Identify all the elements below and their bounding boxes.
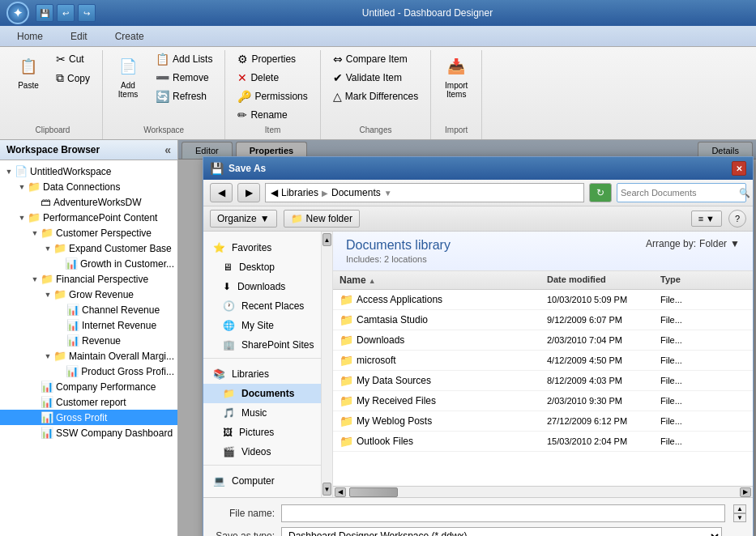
- tree-item-growth-customer[interactable]: 📊 Growth in Customer...: [0, 256, 177, 271]
- search-box[interactable]: 🔍: [617, 183, 746, 202]
- tree-item-customer-report[interactable]: 📊 Customer report: [0, 394, 177, 410]
- h-scroll-left[interactable]: ◀: [335, 487, 346, 497]
- tree-item-untitledworkspace[interactable]: ▼ 📄 UntitledWorkspace: [0, 164, 177, 179]
- sidebar: Workspace Browser « ▼ 📄 UntitledWorkspac…: [0, 140, 178, 536]
- left-nav-favorites[interactable]: ⭐ Favorites: [203, 238, 332, 257]
- save-tool-btn[interactable]: 💾: [36, 4, 53, 22]
- rename-button[interactable]: ✏ Rename: [232, 106, 313, 124]
- tree-item-expand-customer[interactable]: ▼ 📁 Expand Customer Base: [0, 240, 177, 256]
- view-button[interactable]: ≡ ▼: [691, 211, 722, 227]
- remove-button[interactable]: ➖ Remove: [150, 69, 218, 87]
- paste-button[interactable]: 📋 Paste: [10, 50, 47, 93]
- col-type[interactable]: Type: [657, 273, 753, 287]
- tab-create[interactable]: Create: [101, 26, 158, 46]
- left-nav-recent[interactable]: 🕐 Recent Places: [203, 296, 332, 316]
- tree-item-maintain[interactable]: ▼ 📁 Maintain Overall Margi...: [0, 348, 177, 364]
- savetype-select[interactable]: Dashboard Designer Workspace (*.ddwx): [281, 527, 722, 536]
- cut-button[interactable]: ✂ Cut: [50, 50, 96, 68]
- tree-item-company-performance[interactable]: 📊 Company Performance: [0, 379, 177, 394]
- h-scroll-right[interactable]: ▶: [740, 487, 751, 497]
- filename-input[interactable]: [281, 504, 725, 522]
- file-row[interactable]: 📁microsoft 4/12/2009 4:50 PM File...: [333, 351, 753, 371]
- modal-titlebar: 💾 Save As ✕: [203, 157, 753, 180]
- file-row[interactable]: 📁Downloads 2/03/2010 7:04 PM File...: [333, 330, 753, 351]
- compare-item-button[interactable]: ⇔ Compare Item: [327, 50, 424, 68]
- tree-item-adventureworks[interactable]: 🗃 AdventureWorksDW: [0, 194, 177, 210]
- tree-item-product-gross[interactable]: 📊 Product Gross Profi...: [0, 364, 177, 379]
- horizontal-scrollbar[interactable]: ◀ ▶: [333, 486, 753, 497]
- file-row[interactable]: 📁Outlook Files 15/03/2010 2:04 PM File..…: [333, 432, 753, 452]
- tree-item-data-connections[interactable]: ▼ 📁 Data Connections: [0, 179, 177, 194]
- path-libraries[interactable]: Libraries: [281, 187, 318, 198]
- tree-item-channel-revenue[interactable]: 📊 Channel Revenue: [0, 302, 177, 317]
- col-date[interactable]: Date modified: [544, 273, 657, 287]
- tree-item-ssw-dashboard[interactable]: 📊 SSW Company Dashboard: [0, 425, 177, 440]
- back-button[interactable]: ◀: [210, 183, 233, 202]
- savetype-row: Save as type: Dashboard Designer Workspa…: [210, 527, 746, 536]
- left-nav-sharepoint[interactable]: 🏢 SharePoint Sites: [203, 335, 332, 355]
- search-input[interactable]: [617, 188, 736, 198]
- ribbon: Home Edit Create 📋 Paste ✂ Cut ⧉ Copy: [0, 26, 756, 140]
- undo-tool-btn[interactable]: ↩: [57, 4, 75, 22]
- add-lists-button[interactable]: 📋 Add Lists: [150, 50, 218, 68]
- tree-item-revenue[interactable]: 📊 Revenue: [0, 333, 177, 348]
- left-nav-computer[interactable]: 💻 Computer: [203, 471, 332, 491]
- organize-button[interactable]: Organize ▼: [210, 210, 277, 228]
- path-documents[interactable]: Documents: [331, 187, 381, 198]
- permissions-button[interactable]: 🔑 Permissions: [232, 87, 313, 105]
- tab-home[interactable]: Home: [3, 26, 57, 46]
- delete-button[interactable]: ✕ Delete: [232, 69, 313, 87]
- sidebar-collapse-btn[interactable]: «: [164, 143, 171, 156]
- file-row[interactable]: 📁My Received Files 2/03/2010 9:30 PM Fil…: [333, 391, 753, 411]
- refresh-button[interactable]: 🔄 Refresh: [150, 87, 218, 105]
- left-nav-desktop[interactable]: 🖥 Desktop: [203, 257, 332, 277]
- tree-item-gross-profit[interactable]: 📊 Gross Profit: [0, 410, 177, 425]
- add-items-button[interactable]: 📄 AddItems: [109, 50, 147, 102]
- help-button[interactable]: ?: [728, 210, 746, 228]
- left-nav-pictures[interactable]: 🖼 Pictures: [203, 423, 332, 442]
- filename-up-arrow[interactable]: ▲: [733, 504, 746, 513]
- left-nav-music[interactable]: 🎵 Music: [203, 403, 332, 423]
- filename-down-arrow[interactable]: ▼: [733, 513, 746, 522]
- properties-button[interactable]: ⚙ Properties: [232, 50, 313, 68]
- folder-icon: 📁: [340, 313, 353, 326]
- copy-button[interactable]: ⧉ Copy: [50, 69, 96, 87]
- file-toolbar: ◀ ▶ ◀ Libraries ▶ Documents ▼ ↻ 🔍: [203, 180, 753, 206]
- validate-item-button[interactable]: ✔ Validate Item: [327, 69, 424, 87]
- scroll-down-arrow[interactable]: ▼: [322, 483, 331, 496]
- arrange-by[interactable]: Arrange by: Folder ▼: [646, 238, 740, 249]
- left-nav-downloads[interactable]: ⬇ Downloads: [203, 277, 332, 296]
- path-bar[interactable]: ◀ Libraries ▶ Documents ▼: [265, 183, 584, 202]
- import-items-button[interactable]: 📥 ImportItems: [438, 50, 475, 102]
- mark-differences-button[interactable]: △ Mark Differences: [327, 87, 424, 105]
- col-name[interactable]: Name ▲: [333, 273, 544, 287]
- forward-button[interactable]: ▶: [237, 183, 260, 202]
- h-scroll-thumb[interactable]: [349, 487, 398, 497]
- file-row[interactable]: 📁My Data Sources 8/12/2009 4:03 PM File.…: [333, 371, 753, 391]
- tree-item-customer-perspective[interactable]: ▼ 📁 Customer Perspective: [0, 225, 177, 240]
- file-row[interactable]: 📁Access Applications 10/03/2010 5:09 PM …: [333, 290, 753, 310]
- ribbon-group-workspace: 📄 AddItems 📋 Add Lists ➖ Remove 🔄 Refres…: [103, 50, 225, 139]
- modal-overlay: 💾 Save As ✕ ◀ ▶ ◀ Libraries ▶ Documents …: [178, 140, 756, 536]
- new-folder-button[interactable]: 📁 New folder: [284, 210, 360, 228]
- file-row[interactable]: 📁My Weblog Posts 27/12/2009 6:12 PM File…: [333, 411, 753, 432]
- left-nav-documents[interactable]: 📁 Documents: [203, 384, 332, 403]
- refresh-path-button[interactable]: ↻: [589, 183, 612, 202]
- folder-icon: 📁: [340, 293, 353, 306]
- tab-edit[interactable]: Edit: [57, 26, 101, 46]
- left-nav-mysite[interactable]: 🌐 My Site: [203, 316, 332, 335]
- folder-icon: 📁: [340, 394, 353, 407]
- redo-tool-btn[interactable]: ↪: [78, 4, 96, 22]
- modal-close-button[interactable]: ✕: [732, 161, 746, 176]
- title-bar: ✦ 💾 ↩ ↪ Untitled - Dashboard Designer: [0, 0, 756, 26]
- left-nav-libraries[interactable]: 📚 Libraries: [203, 364, 332, 384]
- tree-item-grow-revenue[interactable]: ▼ 📁 Grow Revenue: [0, 287, 177, 302]
- file-row[interactable]: 📁Camtasia Studio 9/12/2009 6:07 PM File.…: [333, 310, 753, 330]
- tree-item-ppc[interactable]: ▼ 📁 PerformancePoint Content: [0, 210, 177, 225]
- tree-item-internet-revenue[interactable]: 📊 Internet Revenue: [0, 317, 177, 333]
- save-as-icon: 💾: [210, 162, 224, 175]
- left-nav-scrollbar[interactable]: ▲ ▼: [321, 232, 332, 497]
- scroll-up-arrow[interactable]: ▲: [322, 233, 331, 246]
- left-nav-videos[interactable]: 🎬 Videos: [203, 442, 332, 462]
- tree-item-financial[interactable]: ▼ 📁 Financial Perspective: [0, 271, 177, 287]
